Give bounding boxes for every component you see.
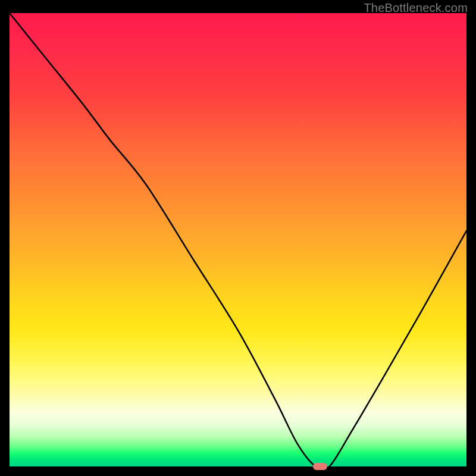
bottleneck-curve (10, 13, 466, 466)
optimal-point-marker (313, 463, 327, 470)
chart-frame: TheBottleneck.com (0, 0, 476, 476)
plot-area (10, 13, 466, 466)
